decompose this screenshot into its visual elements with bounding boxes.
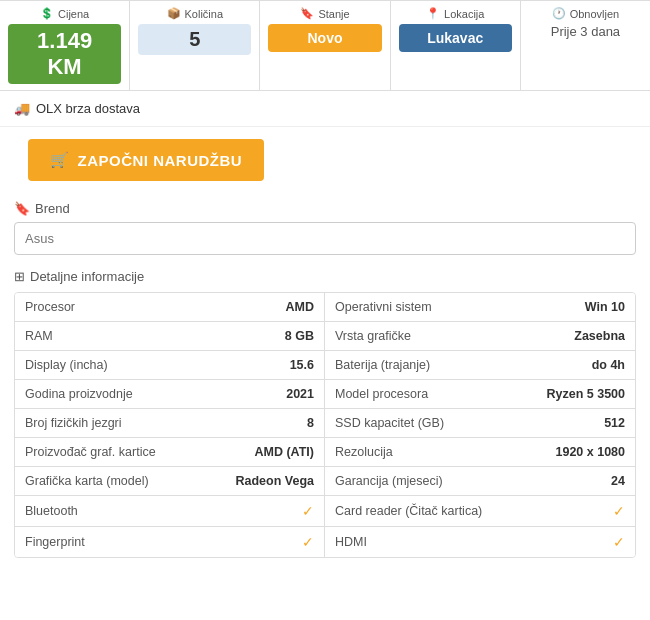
top-cell-label-stanje: 🔖Stanje bbox=[300, 7, 349, 20]
detail-value: 24 bbox=[611, 474, 625, 488]
delivery-row: 🚚 OLX brza dostava bbox=[0, 91, 650, 127]
detail-key: Baterija (trajanje) bbox=[335, 358, 430, 372]
detail-key: Garancija (mjeseci) bbox=[335, 474, 443, 488]
table-row: Godina proizvodnje2021 bbox=[15, 380, 325, 409]
top-cell-cijena: 💲Cijena1.149 KM bbox=[0, 1, 130, 90]
table-row: Model procesoraRyzen 5 3500 bbox=[325, 380, 635, 409]
detail-key: RAM bbox=[25, 329, 53, 343]
detail-key: HDMI bbox=[335, 535, 367, 549]
top-cell-label-cijena: 💲Cijena bbox=[40, 7, 89, 20]
order-button-label: ZAPOČNI NARUDŽBU bbox=[78, 152, 243, 169]
detail-key: Procesor bbox=[25, 300, 75, 314]
top-cell-lokacija: 📍LokacijaLukavac bbox=[391, 1, 521, 90]
table-row: Display (incha)15.6 bbox=[15, 351, 325, 380]
top-cell-value-lokacija: Lukavac bbox=[399, 24, 512, 52]
table-row: Baterija (trajanje)do 4h bbox=[325, 351, 635, 380]
detail-value: Radeon Vega bbox=[236, 474, 315, 488]
detail-key: Card reader (Čitač kartica) bbox=[335, 504, 482, 518]
detail-key: Display (incha) bbox=[25, 358, 108, 372]
table-row: Card reader (Čitač kartica)✓ bbox=[325, 496, 635, 527]
top-cell-kolicina: 📦Količina5 bbox=[130, 1, 260, 90]
detail-value: AMD bbox=[286, 300, 314, 314]
detail-key: Rezolucija bbox=[335, 445, 393, 459]
detail-key: Bluetooth bbox=[25, 504, 78, 518]
detail-value: ✓ bbox=[302, 503, 314, 519]
delivery-text: OLX brza dostava bbox=[36, 101, 140, 116]
stanje-icon: 🔖 bbox=[300, 7, 314, 20]
detail-value: ✓ bbox=[613, 534, 625, 550]
table-row: RAM8 GB bbox=[15, 322, 325, 351]
detail-key: SSD kapacitet (GB) bbox=[335, 416, 444, 430]
detail-value: 512 bbox=[604, 416, 625, 430]
brand-icon: 🔖 bbox=[14, 201, 30, 216]
top-bar: 💲Cijena1.149 KM📦Količina5🔖StanjeNovo📍Lok… bbox=[0, 0, 650, 91]
brand-label: 🔖 Brend bbox=[14, 201, 636, 216]
detail-key: Vrsta grafičke bbox=[335, 329, 411, 343]
detail-value: Ryzen 5 3500 bbox=[546, 387, 625, 401]
top-cell-value-stanje: Novo bbox=[268, 24, 381, 52]
cart-icon: 🛒 bbox=[50, 151, 70, 169]
details-label: ⊞ Detaljne informacije bbox=[14, 269, 636, 284]
detail-key: Operativni sistem bbox=[335, 300, 432, 314]
detail-value: do 4h bbox=[592, 358, 625, 372]
detail-key: Fingerprint bbox=[25, 535, 85, 549]
table-row: Rezolucija1920 x 1080 bbox=[325, 438, 635, 467]
detail-key: Broj fizičkih jezgri bbox=[25, 416, 122, 430]
detail-value: 8 bbox=[307, 416, 314, 430]
details-grid: ProcesorAMDOperativni sistemWin 10RAM8 G… bbox=[14, 292, 636, 558]
detail-key: Model procesora bbox=[335, 387, 428, 401]
detail-value: Zasebna bbox=[574, 329, 625, 343]
table-row: Operativni sistemWin 10 bbox=[325, 293, 635, 322]
table-row: SSD kapacitet (GB)512 bbox=[325, 409, 635, 438]
top-cell-value-obnovljen: Prije 3 dana bbox=[551, 24, 620, 39]
detail-key: Godina proizvodnje bbox=[25, 387, 133, 401]
table-row: Proizvođač graf. karticeAMD (ATI) bbox=[15, 438, 325, 467]
detail-value: 2021 bbox=[286, 387, 314, 401]
detail-value: 1920 x 1080 bbox=[555, 445, 625, 459]
top-cell-label-obnovljen: 🕐Obnovljen bbox=[552, 7, 620, 20]
top-cell-label-lokacija: 📍Lokacija bbox=[426, 7, 484, 20]
lokacija-icon: 📍 bbox=[426, 7, 440, 20]
details-section: ⊞ Detaljne informacije ProcesorAMDOperat… bbox=[0, 259, 650, 562]
kolicina-icon: 📦 bbox=[167, 7, 181, 20]
table-row: Garancija (mjeseci)24 bbox=[325, 467, 635, 496]
detail-value: AMD (ATI) bbox=[255, 445, 314, 459]
table-row: Fingerprint✓ bbox=[15, 527, 325, 557]
top-cell-label-kolicina: 📦Količina bbox=[167, 7, 224, 20]
detail-value: Win 10 bbox=[585, 300, 625, 314]
top-cell-stanje: 🔖StanjeNovo bbox=[260, 1, 390, 90]
detail-key: Grafička karta (model) bbox=[25, 474, 149, 488]
top-cell-obnovljen: 🕐ObnovljenPrije 3 dana bbox=[521, 1, 650, 90]
brand-section: 🔖 Brend bbox=[0, 193, 650, 259]
order-button[interactable]: 🛒 ZAPOČNI NARUDŽBU bbox=[28, 139, 264, 181]
table-row: Bluetooth✓ bbox=[15, 496, 325, 527]
detail-value: 15.6 bbox=[290, 358, 314, 372]
table-row: Broj fizičkih jezgri8 bbox=[15, 409, 325, 438]
detail-value: 8 GB bbox=[285, 329, 314, 343]
detail-value: ✓ bbox=[302, 534, 314, 550]
details-icon: ⊞ bbox=[14, 269, 25, 284]
obnovljen-icon: 🕐 bbox=[552, 7, 566, 20]
top-cell-value-cijena: 1.149 KM bbox=[8, 24, 121, 84]
detail-key: Proizvođač graf. kartice bbox=[25, 445, 156, 459]
cijena-icon: 💲 bbox=[40, 7, 54, 20]
table-row: Grafička karta (model)Radeon Vega bbox=[15, 467, 325, 496]
table-row: HDMI✓ bbox=[325, 527, 635, 557]
brand-input[interactable] bbox=[14, 222, 636, 255]
top-cell-value-kolicina: 5 bbox=[138, 24, 251, 55]
table-row: ProcesorAMD bbox=[15, 293, 325, 322]
delivery-icon: 🚚 bbox=[14, 101, 30, 116]
detail-value: ✓ bbox=[613, 503, 625, 519]
table-row: Vrsta grafičkeZasebna bbox=[325, 322, 635, 351]
